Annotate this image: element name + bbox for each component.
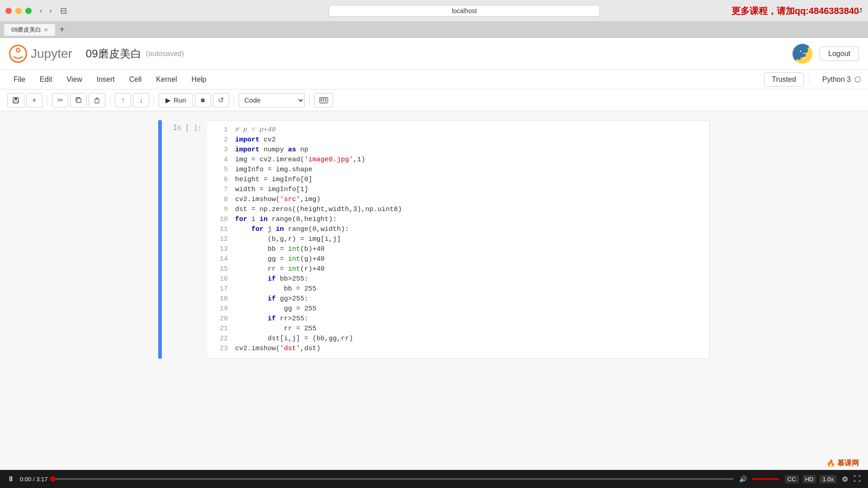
menu-file[interactable]: File [7,73,32,86]
menu-view[interactable]: View [60,73,88,86]
run-icon: ▶ [165,96,171,104]
cell-type-select[interactable]: Code Markdown Raw NBConvert [239,93,305,108]
code-line: 2 import cv2 [207,135,709,145]
copy-button[interactable] [70,93,87,108]
python-logo-icon [793,44,812,64]
speed-button[interactable]: 1.0x [820,475,836,483]
move-up-button[interactable]: ↑ [115,93,131,108]
code-line: 20 if rr>255: [207,314,709,324]
video-control-icons: CC HD 1.0x [785,475,836,483]
minimize-button[interactable] [15,8,22,14]
add-cell-button[interactable]: + [26,93,42,108]
forward-button[interactable]: › [47,6,54,16]
watermark-icon: 🔥 [826,459,835,468]
run-button[interactable]: ▶ Run [159,93,193,108]
watermark-text: 慕课网 [837,459,859,468]
cell-content[interactable]: 1 # p = p+40 2 import cv2 3 import numpy… [207,120,710,359]
code-line: 12 (b,g,r) = img[i,j] [207,235,709,244]
notebook-title[interactable]: 09磨皮美白 [86,47,142,61]
svg-rect-4 [14,98,17,100]
divider [809,74,810,85]
jupyter-circle-icon [9,45,27,63]
code-line: 10 for i in range(0,height): [207,215,709,225]
code-line: 8 cv2.imshow('src',img) [207,195,709,205]
tab-close-icon[interactable]: ✕ [44,27,48,33]
progress-dot [50,476,56,482]
run-label: Run [174,96,186,104]
jupyter-logo: Jupyter [9,45,81,63]
autosaved-indicator: (autosaved) [146,50,184,58]
cc-button[interactable]: CC [785,475,799,483]
svg-rect-9 [321,99,322,100]
close-button[interactable] [5,8,12,14]
nav-buttons: ‹ › [37,6,55,16]
menu-bar: File Edit View Insert Cell Kernel Help T… [0,70,868,89]
video-controls: ⏸ 0:00 / 3:17 🔊 CC HD 1.0x ⚙ ⛶ [0,470,868,488]
hd-button[interactable]: HD [802,475,816,483]
code-line: 7 width = imgInfo[1] [207,185,709,195]
move-down-button[interactable]: ↓ [133,93,149,108]
svg-rect-12 [321,100,322,102]
kernel-status-icon [854,76,861,83]
code-line: 1 # p = p+40 [207,125,709,135]
address-bar[interactable]: localhost [329,5,600,17]
menu-edit[interactable]: Edit [33,73,59,86]
code-line: 3 import numpy as np [207,145,709,155]
svg-rect-11 [325,99,326,100]
code-line: 4 img = cv2.imread('image0.jpg',1) [207,155,709,165]
cell-active-indicator [158,120,162,359]
svg-rect-6 [77,99,81,103]
back-button[interactable]: ‹ [37,6,45,16]
notebook-area: In [ ]: 1 # p = p+40 2 import cv2 3 impo… [0,111,868,470]
volume-button[interactable]: 🔊 [739,475,747,483]
code-line: 22 dst[i,j] = (bb,gg,rr) [207,334,709,344]
add-icon: + [32,96,36,104]
code-line: 9 dst = np.zeros((height,width,3),np.uin… [207,205,709,215]
title-bar: ‹ › ⊟ localhost ↺ 更多课程，请加qq:4846383840 [0,0,868,22]
promo-text: 更多课程，请加qq:4846383840 [731,5,859,17]
code-cell-container: In [ ]: 1 # p = p+40 2 import cv2 3 impo… [149,120,719,359]
svg-rect-7 [95,99,99,103]
stop-button[interactable]: ■ [195,93,211,108]
settings-button[interactable]: ⚙ [842,475,848,483]
tab-bar: 09磨皮美白 ✕ + [0,22,868,38]
code-line: 18 if gg>255: [207,294,709,304]
traffic-lights [5,8,32,14]
cell-prompt: In [ ]: [162,120,207,359]
maximize-button[interactable] [25,8,32,14]
save-button[interactable] [7,93,24,108]
paste-button[interactable] [89,93,105,108]
logout-button[interactable]: Logout [820,47,859,61]
toolbar-divider-2 [110,95,110,106]
restart-button[interactable]: ↺ [213,93,229,108]
new-tab-button[interactable]: + [59,24,65,35]
toolbar-divider-3 [154,95,154,106]
svg-point-0 [16,48,20,52]
kernel-label: Python 3 [822,75,851,84]
trusted-button[interactable]: Trusted [764,72,804,87]
current-time: 0:00 / 3:17 [20,476,47,483]
svg-rect-10 [323,99,324,100]
code-editor[interactable]: 1 # p = p+40 2 import cv2 3 import numpy… [207,121,709,358]
menu-help[interactable]: Help [185,73,213,86]
cut-button[interactable]: ✂ [52,93,68,108]
code-line: 13 bb = int(b)+40 [207,244,709,254]
code-line: 6 height = imgInfo[0] [207,175,709,185]
play-pause-button[interactable]: ⏸ [7,475,14,483]
volume-bar[interactable] [752,478,779,480]
code-line: 19 gg = 255 [207,304,709,314]
tab-label: 09磨皮美白 [11,26,41,34]
menu-cell[interactable]: Cell [123,73,148,86]
menu-insert[interactable]: Insert [90,73,121,86]
keyboard-shortcuts-button[interactable] [314,93,333,108]
jupyter-app-name: Jupyter [31,47,72,61]
menu-kernel[interactable]: Kernel [150,73,183,86]
sidebar-toggle-button[interactable]: ⊟ [60,6,67,16]
notebook-tab[interactable]: 09磨皮美白 ✕ [4,23,56,36]
toolbar-divider-1 [47,95,47,106]
fullscreen-button[interactable]: ⛶ [854,475,861,483]
jupyter-header: Jupyter 09磨皮美白 (autosaved) Logout [0,38,868,70]
header-right: Logout [793,44,859,64]
code-line: 21 rr = 255 [207,324,709,334]
progress-bar[interactable] [53,478,733,480]
